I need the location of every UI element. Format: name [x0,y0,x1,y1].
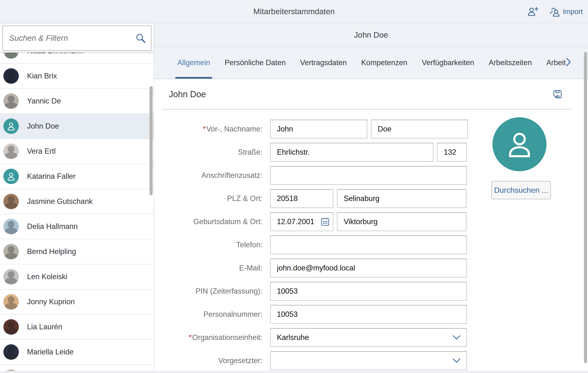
address-extra-field [270,166,467,185]
employee-row[interactable]: Bernd Helpling [0,239,154,265]
search-icon[interactable] [133,32,151,44]
employee-name: Jasmine Gutschank [27,197,93,206]
employee-row[interactable]: Klaas Brinkmann [0,53,154,64]
avatar-photo [3,244,19,259]
chevron-down-icon [452,358,461,363]
import-label: Import [563,8,583,16]
employee-row[interactable]: Mariella Leide [0,340,154,365]
detail-panel: John Doe Allgemein Persönliche Daten Ver… [154,24,588,371]
phone-input[interactable] [270,235,467,254]
personnel-number-input[interactable] [270,305,467,324]
employee-row[interactable]: Yannic De [0,89,154,114]
avatar-placeholder [3,169,19,184]
tab-persoenliche-daten[interactable]: Persönliche Daten [225,47,285,79]
employee-name: Klaas Brinkmann [27,53,84,55]
first-name-input[interactable] [270,120,367,139]
birthdate-field [270,212,333,231]
employee-row[interactable]: Kian Brix [0,64,154,89]
footer-strip [0,371,588,373]
phone-field [270,235,467,254]
employee-row[interactable]: Jasmine Gutschank [0,189,154,214]
tab-clipped[interactable]: Arbeitsze [546,47,566,79]
city-field [337,189,466,208]
avatar-photo [3,344,19,360]
employee-row[interactable]: Vera Ertl [0,139,154,164]
org-unit-value[interactable] [270,328,467,347]
supervisor-value[interactable] [270,351,467,370]
tab-verfuegbarkeiten[interactable]: Verfügbarkeiten [422,47,474,79]
employee-name: Yannic De [27,97,61,106]
street-field [270,143,433,162]
form-row-birthdate: Geburtsdatum & Ort: [169,210,588,233]
employee-row[interactable]: Lia Laurén [0,315,154,340]
birthplace-input[interactable] [337,212,466,231]
tab-overflow-button[interactable] [566,47,571,77]
tab-allgemein[interactable]: Allgemein [177,47,210,79]
tab-kompetenzen[interactable]: Kompetenzen [361,47,407,79]
tab-arbeitszeiten[interactable]: Arbeitszeiten [489,47,532,79]
field-label: Telefon: [169,241,262,249]
street-number-input[interactable] [437,143,467,162]
employee-name: Lia Laurén [27,323,63,331]
form-row-email: E-Mail: [169,256,588,280]
section-divider [162,109,572,109]
avatar-photo [3,194,19,209]
employee-name: Kian Brix [27,72,57,80]
birthplace-field [337,212,466,231]
sidebar-scrollbar-thumb[interactable] [149,86,153,195]
app-title: Mitarbeiterstammdaten [253,7,335,16]
avatar-photo [3,219,19,234]
employee-sidebar: Klaas Brinkmann Kian Brix Yannic De John… [0,24,154,371]
field-label: Straße: [169,148,262,157]
tab-strip: Allgemein Persönliche Daten Vertragsdate… [154,47,566,79]
last-name-input[interactable] [371,120,468,139]
avatar-photo [3,369,19,371]
shell-actions: Import [527,0,583,23]
employee-row[interactable]: Delia Hallmann [0,214,154,239]
street-number-field [437,143,467,162]
form-row-org-unit: *Organisationseinheit: [169,326,588,349]
browse-button[interactable]: Durchsuchen ... [491,181,551,199]
employee-row[interactable]: Jonny Kuprion [0,289,154,315]
tab-vertragsdaten[interactable]: Vertragsdaten [300,47,346,79]
employee-row-selected[interactable]: John Doe [0,114,154,139]
search-box [2,26,151,51]
street-input[interactable] [270,143,433,162]
chevron-right-icon [566,57,571,67]
avatar-photo [3,269,19,285]
address-extra-input[interactable] [270,166,467,185]
calendar-icon[interactable] [320,217,330,227]
last-name-field [371,120,468,139]
person-icon [504,128,536,160]
field-label: PIN (Zeiterfassung): [169,287,262,296]
field-label: Vorgesetzter: [169,356,262,365]
supervisor-select[interactable] [270,351,467,370]
employee-name: Bernd Helpling [27,247,76,256]
employee-row[interactable]: Katarina Faller [0,164,154,189]
pin-input[interactable] [270,282,467,301]
form-row-phone: Telefon: [169,233,588,256]
search-input[interactable] [3,27,133,49]
avatar-photo [3,93,19,109]
field-label: Geburtsdatum & Ort: [169,217,262,226]
section-header: John Doe [169,80,588,109]
employee-name: Len Koleiski [27,272,67,281]
zip-input[interactable] [270,189,333,208]
people-icon [549,6,560,17]
save-icon[interactable] [552,89,562,99]
required-marker: * [189,333,192,342]
import-button[interactable]: Import [549,6,583,17]
search-area [0,24,154,52]
avatar-photo [3,53,19,59]
email-input[interactable] [270,259,467,277]
avatar-placeholder [3,118,19,134]
employee-row[interactable]: Len Koleiski [0,265,154,289]
city-input[interactable] [337,189,466,208]
shell-header: Mitarbeiterstammdaten [0,0,588,24]
field-label: PLZ & Ort: [169,194,262,203]
main-scrollbar-thumb[interactable] [584,52,587,363]
form-row-pin: PIN (Zeiterfassung): [169,280,588,303]
employee-row[interactable] [0,365,154,371]
org-unit-select[interactable] [270,328,467,347]
add-employee-button[interactable] [527,6,539,17]
